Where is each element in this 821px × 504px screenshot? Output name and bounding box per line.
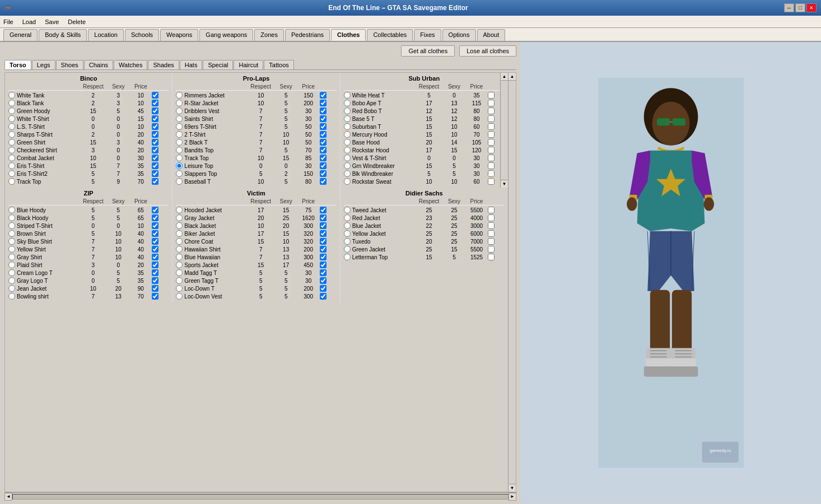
rockstar-hood-radio[interactable] [344,147,351,153]
yellow-shirt-radio[interactable] [8,246,15,253]
brown-shirt-check[interactable] [152,230,158,237]
white-tshirt-check[interactable] [152,115,158,122]
bowling-shirt-check[interactable] [152,293,158,300]
inner-tab-chains[interactable]: Chains [84,60,113,69]
blk-windbreaker-check[interactable] [488,170,495,177]
rockstar-hood-check[interactable] [488,147,495,153]
checkered-shirt-radio[interactable] [8,147,15,153]
lose-all-clothes-button[interactable]: Lose all clothes [459,45,516,57]
prolaps-track-top-radio[interactable] [176,155,183,161]
leisure-top-check[interactable] [320,162,326,169]
green-jacket-check[interactable] [488,246,495,253]
grn-windbreaker-check[interactable] [488,162,495,169]
madd-tagg-t-radio[interactable] [176,269,183,276]
inner-tab-torso[interactable]: Torso [4,60,31,69]
loc-down-vest-check[interactable] [320,293,326,300]
binco-track-top-radio[interactable] [8,178,15,185]
rstar-jacket-radio[interactable] [176,100,183,106]
saints-shirt-check[interactable] [320,115,326,122]
suburban-t-check[interactable] [488,123,495,130]
eris-tshirt2-radio[interactable] [8,170,15,177]
slappers-top-check[interactable] [320,170,326,177]
tweed-jacket-check[interactable] [488,207,495,213]
prolaps-track-top-check[interactable] [320,155,326,161]
brown-shirt-radio[interactable] [8,230,15,237]
inner-tab-tattoos[interactable]: Tattoos [264,60,293,69]
2tshirt-radio[interactable] [176,131,183,138]
gray-logo-t-check[interactable] [152,277,158,284]
rstar-jacket-check[interactable] [320,100,326,106]
tab-zones[interactable]: Zones [254,29,284,41]
bandits-top-check[interactable] [320,147,326,153]
saints-shirt-radio[interactable] [176,115,183,122]
base-hood-check[interactable] [488,139,495,146]
loc-down-t-radio[interactable] [176,285,183,292]
get-all-clothes-button[interactable]: Get all clothes [401,45,455,57]
hawaiian-shirt-radio[interactable] [176,246,183,253]
yellow-jacket-check[interactable] [488,230,495,237]
base5-t-check[interactable] [488,115,495,122]
maximize-button[interactable]: □ [795,3,805,12]
loc-down-vest-radio[interactable] [176,293,183,300]
red-bobo-t-check[interactable] [488,108,495,114]
blk-windbreaker-radio[interactable] [344,170,351,177]
baseball-t-check[interactable] [320,178,326,185]
green-shirt-check[interactable] [152,139,158,146]
black-tank-check[interactable] [152,100,158,106]
tab-schools[interactable]: Schools [125,29,159,41]
inner-tab-haircut[interactable]: Haircut [234,60,263,69]
grn-windbreaker-radio[interactable] [344,162,351,169]
tab-gang-weapons[interactable]: Gang weapons [199,29,253,41]
inner-tab-legs[interactable]: Legs [32,60,55,69]
vscroll-down[interactable]: ▼ [509,484,516,492]
hooded-jacket-check[interactable] [320,207,326,213]
bobo-ape-t-radio[interactable] [344,100,351,106]
vest-tshirt-radio[interactable] [344,155,351,161]
black-hoody-check[interactable] [152,214,158,221]
black-jacket-check[interactable] [320,222,326,229]
green-jacket-radio[interactable] [344,246,351,253]
tab-fixes[interactable]: Fixes [414,29,441,41]
checkered-shirt-check[interactable] [152,147,158,153]
bobo-ape-t-check[interactable] [488,100,495,106]
white-tank-check[interactable] [152,92,158,99]
chore-coat-radio[interactable] [176,238,183,245]
green-tagg-t-radio[interactable] [176,277,183,284]
green-hoody-radio[interactable] [8,108,15,114]
rockstar-sweat-check[interactable] [488,178,495,185]
tab-clothes[interactable]: Clothes [331,29,366,41]
tab-body-skills[interactable]: Body & Skills [39,29,87,41]
gray-jacket-check[interactable] [320,214,326,221]
tab-options[interactable]: Options [442,29,476,41]
mercury-hood-radio[interactable] [344,131,351,138]
combat-jacket-check[interactable] [152,155,158,161]
slappers-top-radio[interactable] [176,170,183,177]
eris-tshirt-check[interactable] [152,162,158,169]
dribblers-vest-radio[interactable] [176,108,183,114]
sharps-tshirt-check[interactable] [152,131,158,138]
inner-tab-shoes[interactable]: Shoes [56,60,83,69]
chore-coat-check[interactable] [320,238,326,245]
vest-tshirt-check[interactable] [488,155,495,161]
gray-logo-t-radio[interactable] [8,277,15,284]
biker-jacket-check[interactable] [320,230,326,237]
scroll-up-button[interactable]: ▲ [501,73,508,81]
gray-shirt-radio[interactable] [8,254,15,260]
suburban-t-radio[interactable] [344,123,351,130]
yellow-jacket-radio[interactable] [344,230,351,237]
69ers-tshirt-check[interactable] [320,123,326,130]
white-tank-radio[interactable] [8,92,15,99]
blue-jacket-check[interactable] [488,222,495,229]
black-hoody-radio[interactable] [8,214,15,221]
gray-jacket-radio[interactable] [176,214,183,221]
cream-logo-t-check[interactable] [152,269,158,276]
letterman-top-radio[interactable] [344,254,351,260]
inner-tab-hats[interactable]: Hats [180,60,203,69]
striped-tshirt-check[interactable] [152,222,158,229]
eris-tshirt-radio[interactable] [8,162,15,169]
jean-jacket-radio[interactable] [8,285,15,292]
69ers-tshirt-radio[interactable] [176,123,183,130]
2black-t-radio[interactable] [176,139,183,146]
striped-tshirt-radio[interactable] [8,222,15,229]
blue-hoody-check[interactable] [152,207,158,213]
